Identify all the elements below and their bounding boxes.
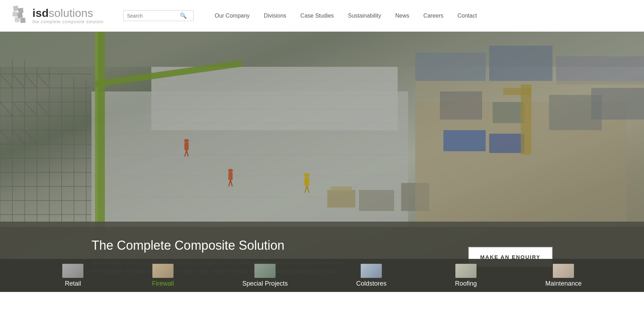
search-box[interactable]: 🔍 [123, 10, 194, 21]
maintenance-thumb [553, 264, 574, 278]
hero-title: The Complete Composite Solution [91, 238, 447, 253]
maintenance-label: Maintenance [545, 280, 582, 287]
bottom-nav-firewall[interactable]: Firewall [141, 260, 184, 291]
header: isdsolutions the complete composite solu… [0, 0, 644, 32]
retail-label: Retail [65, 280, 81, 287]
roofing-thumb [455, 264, 476, 278]
search-button[interactable]: 🔍 [180, 12, 187, 19]
logo[interactable]: isdsolutions the complete composite solu… [11, 5, 109, 26]
bottom-nav-coldstores[interactable]: Coldstores [346, 260, 397, 291]
firewall-label: Firewall [152, 280, 174, 287]
nav-our-company[interactable]: Our Company [215, 13, 250, 19]
nav-case-studies[interactable]: Case Studies [301, 13, 334, 19]
retail-thumb [62, 264, 83, 278]
hero-section: The Complete Composite Solution ISD Solu… [0, 32, 644, 292]
bottom-nav-roofing[interactable]: Roofing [444, 260, 487, 291]
special-projects-label: Special Projects [242, 280, 288, 287]
main-nav: Our Company Divisions Case Studies Susta… [215, 13, 477, 19]
nav-contact[interactable]: Contact [457, 13, 477, 19]
bottom-nav-maintenance[interactable]: Maintenance [535, 260, 592, 291]
coldstores-thumb [361, 264, 382, 278]
firewall-thumb [152, 264, 173, 278]
logo-text: isdsolutions the complete composite solu… [32, 7, 103, 24]
coldstores-label: Coldstores [356, 280, 386, 287]
logo-name: isdsolutions [32, 7, 103, 19]
search-input[interactable] [127, 13, 180, 19]
bottom-nav: Retail Firewall Special Projects Coldsto… [0, 259, 644, 292]
nav-divisions[interactable]: Divisions [264, 13, 286, 19]
special-projects-thumb [254, 264, 276, 278]
bottom-nav-special-projects[interactable]: Special Projects [232, 260, 298, 291]
nav-careers[interactable]: Careers [423, 13, 443, 19]
svg-rect-0 [13, 5, 19, 11]
roofing-label: Roofing [455, 280, 477, 287]
nav-sustainability[interactable]: Sustainability [348, 13, 381, 19]
nav-news[interactable]: News [395, 13, 409, 19]
bottom-nav-retail[interactable]: Retail [52, 260, 94, 291]
logo-tagline: the complete composite solution [32, 19, 103, 24]
logo-icon [11, 5, 29, 26]
svg-rect-2 [12, 11, 18, 17]
svg-rect-5 [20, 18, 25, 23]
svg-rect-4 [15, 17, 20, 22]
svg-rect-1 [18, 8, 23, 13]
